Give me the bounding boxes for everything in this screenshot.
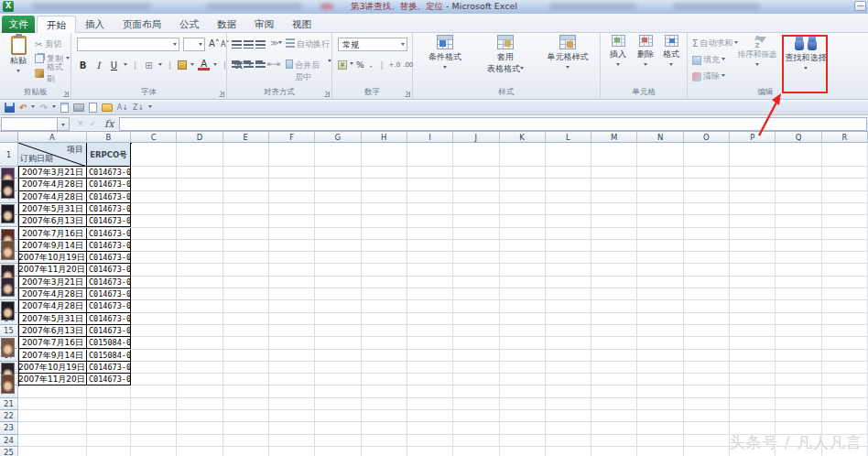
align-center-icon[interactable]	[244, 60, 254, 69]
code-cell-row14[interactable]: C014673-016	[87, 313, 131, 325]
date-cell-row19[interactable]: 2007年11月20日	[18, 374, 87, 385]
increase-decimal-button[interactable]: +.0	[389, 61, 401, 69]
code-cell-row3[interactable]: C014673-005	[87, 179, 131, 190]
undo-icon[interactable]: ↶	[19, 102, 27, 114]
date-cell-row18[interactable]: 2007年10月19日	[18, 362, 87, 374]
open-icon[interactable]	[102, 103, 113, 112]
align-right-icon[interactable]	[255, 60, 266, 69]
date-cell-row11[interactable]: 2007年3月21日	[18, 277, 87, 288]
date-cell-row8[interactable]: 2007年9月14日	[18, 240, 87, 252]
name-box-dropdown[interactable]	[58, 117, 70, 131]
bold-button[interactable]: B	[77, 60, 89, 71]
delete-cells-button[interactable]: 删除	[634, 35, 657, 70]
row-header-15[interactable]: 15	[0, 325, 18, 337]
code-cell-row16[interactable]: C015084-001	[87, 337, 131, 349]
date-cell-row12[interactable]: 2007年4月28日	[18, 288, 87, 300]
tab-公式[interactable]: 公式	[170, 16, 208, 33]
column-header-G[interactable]: G	[315, 132, 361, 143]
code-cell-row9[interactable]: C014673-011	[87, 252, 131, 264]
column-header-K[interactable]: K	[500, 132, 546, 143]
column-header-Q[interactable]: Q	[776, 132, 821, 143]
cut-button[interactable]: ✂剪切	[35, 37, 71, 51]
underline-button[interactable]: U	[108, 60, 120, 71]
code-cell-row10[interactable]: C014673-012	[87, 264, 131, 276]
italic-button[interactable]: I	[92, 60, 104, 71]
find-select-button[interactable]: 查找和选择	[783, 35, 829, 73]
minimize-button[interactable]: —	[854, 1, 866, 11]
code-cell-row19[interactable]: C014673-002	[87, 374, 131, 385]
borders-button[interactable]: ⊞	[143, 60, 155, 71]
format-as-table-button[interactable]: 套用 表格格式	[477, 35, 534, 75]
tab-视图[interactable]: 视图	[283, 16, 320, 33]
name-box[interactable]	[1, 117, 58, 131]
tab-审阅[interactable]: 审阅	[245, 16, 283, 33]
code-cell-row12[interactable]: C014673-014	[87, 288, 131, 300]
code-cell-row13[interactable]: C014673-015	[87, 300, 131, 312]
font-dialog-launcher[interactable]	[219, 92, 224, 97]
save-icon[interactable]	[5, 103, 15, 113]
date-cell-row6[interactable]: 2007年6月13日	[18, 215, 87, 227]
redo-icon[interactable]: ↷	[39, 102, 47, 114]
paste-button[interactable]: 粘贴	[5, 36, 32, 87]
conditional-formatting-button[interactable]: 条件格式	[417, 35, 473, 72]
row-header-24[interactable]: 24	[0, 435, 18, 447]
code-cell-row17[interactable]: C015084-002	[87, 350, 131, 362]
accounting-format-button[interactable]: ¥	[338, 60, 347, 70]
column-header-B[interactable]: B	[87, 132, 131, 143]
column-header-N[interactable]: N	[637, 132, 683, 143]
sort-descending-icon[interactable]: Z↓	[133, 102, 144, 114]
column-header-P[interactable]: P	[730, 132, 776, 143]
row-header-21[interactable]: 21	[0, 398, 18, 410]
column-header-J[interactable]: J	[453, 132, 499, 143]
date-cell-row3[interactable]: 2007年4月28日	[18, 179, 87, 190]
column-header-H[interactable]: H	[362, 132, 407, 143]
number-format-combo[interactable]: 常规	[338, 38, 407, 51]
column-header-E[interactable]: E	[223, 132, 269, 143]
align-left-icon[interactable]	[232, 60, 242, 69]
code-cell-row15[interactable]: C014673-019	[87, 325, 131, 337]
format-cells-button[interactable]: 格式	[659, 35, 683, 70]
new-document-icon[interactable]	[89, 103, 97, 113]
date-cell-row13[interactable]: 2007年4月28日	[18, 300, 87, 312]
cell-styles-button[interactable]: 单元格样式	[537, 35, 598, 72]
column-header-C[interactable]: C	[131, 132, 177, 143]
font-color-button[interactable]: A	[198, 60, 210, 71]
date-cell-row14[interactable]: 2007年5月31日	[18, 313, 87, 325]
align-top-icon[interactable]	[232, 40, 242, 49]
tab-file[interactable]: 文件	[2, 16, 35, 33]
row-header-23[interactable]: 23	[0, 422, 18, 434]
code-cell-row6[interactable]: C014673-008	[87, 215, 131, 227]
code-cell-row8[interactable]: C014673-010	[87, 240, 131, 252]
date-cell-row5[interactable]: 2007年5月31日	[18, 203, 87, 215]
insert-cells-button[interactable]: 插入	[606, 35, 630, 70]
code-cell-row2[interactable]: C014673-004	[87, 167, 131, 179]
spreadsheet-grid[interactable]: ABCDEFGHIJKLMNOPQR1234567891011121314151…	[0, 132, 868, 456]
column-header-O[interactable]: O	[684, 132, 730, 143]
align-bottom-icon[interactable]	[255, 40, 266, 49]
date-cell-row16[interactable]: 2007年7月16日	[18, 337, 87, 349]
merge-center-button[interactable]: 合并后居中	[286, 60, 331, 83]
code-cell-row4[interactable]: C014673-006	[87, 191, 131, 203]
code-cell-row7[interactable]: C014673-009	[87, 228, 131, 240]
autosum-button[interactable]: Σ 自动求和	[692, 38, 738, 49]
select-all-corner[interactable]	[0, 132, 18, 143]
clipboard-dialog-launcher[interactable]	[63, 92, 69, 97]
percent-style-button[interactable]: %	[356, 60, 364, 70]
fill-button[interactable]: 填充	[692, 54, 725, 66]
align-middle-icon[interactable]	[244, 40, 254, 49]
column-header-R[interactable]: R	[822, 132, 868, 143]
date-cell-row9[interactable]: 2007年10月19日	[18, 252, 87, 264]
orientation-button[interactable]: ≫	[270, 38, 282, 48]
number-dialog-launcher[interactable]	[405, 92, 410, 97]
column-header-A[interactable]: A	[18, 132, 87, 143]
column-header-M[interactable]: M	[591, 132, 637, 143]
print-preview-icon[interactable]	[60, 103, 69, 113]
column-header-F[interactable]: F	[269, 132, 315, 143]
tab-开始[interactable]: 开始	[37, 16, 76, 33]
column-header-L[interactable]: L	[546, 132, 591, 143]
grow-font-button[interactable]: A˄	[209, 38, 220, 49]
qat-customize-icon[interactable]	[148, 105, 152, 110]
formula-input[interactable]	[119, 117, 867, 131]
font-name-combo[interactable]	[77, 38, 179, 51]
date-cell-row10[interactable]: 2007年11月20日	[18, 264, 87, 276]
